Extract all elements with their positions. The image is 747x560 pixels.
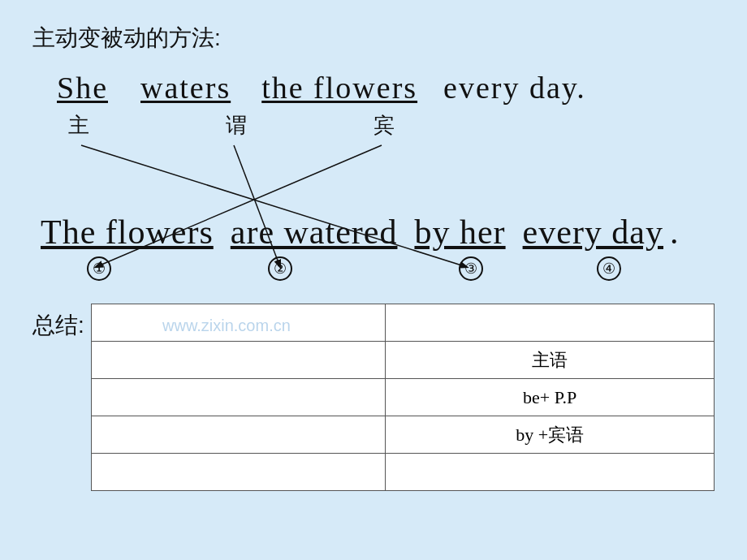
- summary-label: 总结:: [32, 310, 84, 341]
- grammar-labels: 主 谓 宾: [57, 111, 715, 140]
- circle-1: ①: [87, 256, 111, 281]
- passive-period: .: [670, 213, 680, 252]
- passive-sentence-container: The flowers are watered by her every day…: [41, 213, 715, 286]
- table-cell-right-1: [386, 304, 715, 342]
- page-title: 主动变被动的方法:: [32, 23, 715, 54]
- table-cell-right-2: 主语: [386, 342, 715, 379]
- circle-3: ③: [459, 256, 483, 281]
- summary-section: 总结: 主语 be+ P.P by +宾语: [32, 304, 715, 491]
- table-row: be+ P.P: [91, 379, 714, 416]
- number-circles-row: ① ② ③ ④: [45, 256, 715, 286]
- label-object: 宾: [374, 111, 395, 140]
- label-subject: 主: [68, 111, 89, 140]
- slide: 主动变被动的方法: She waters the flowers every d…: [0, 0, 747, 560]
- passive-sentence: The flowers are watered by her every day…: [41, 213, 715, 252]
- table-cell-left-5: [91, 454, 386, 491]
- active-sentence: She waters the flowers every day.: [57, 68, 715, 108]
- table-cell-right-5: [386, 454, 715, 491]
- word-waters: waters: [140, 68, 231, 108]
- table-cell-left-3: [91, 379, 386, 416]
- word-every-day: every day.: [443, 68, 586, 108]
- table-row: by +宾语: [91, 416, 714, 454]
- table-row: [91, 304, 714, 342]
- table-cell-left-2: [91, 342, 386, 379]
- passive-are-watered: are watered: [231, 213, 398, 252]
- passive-by-her: by her: [414, 213, 505, 252]
- table-row: 主语: [91, 342, 714, 379]
- table-row: [91, 454, 714, 491]
- table-cell-right-4: by +宾语: [386, 416, 715, 454]
- table-cell-left-4: [91, 416, 386, 454]
- label-predicate: 谓: [226, 111, 247, 140]
- table-cell-left-1: [91, 304, 386, 342]
- circle-4: ④: [597, 256, 621, 281]
- passive-the-flowers: The flowers: [41, 213, 214, 252]
- active-sentence-block: She waters the flowers every day. 主 谓 宾: [32, 68, 715, 174]
- word-the-flowers: the flowers: [261, 68, 417, 108]
- passive-every-day: every day: [523, 213, 663, 252]
- summary-table: 主语 be+ P.P by +宾语: [91, 304, 715, 491]
- word-she: She: [57, 68, 108, 108]
- circle-2: ②: [268, 256, 292, 281]
- table-cell-right-3: be+ P.P: [386, 379, 715, 416]
